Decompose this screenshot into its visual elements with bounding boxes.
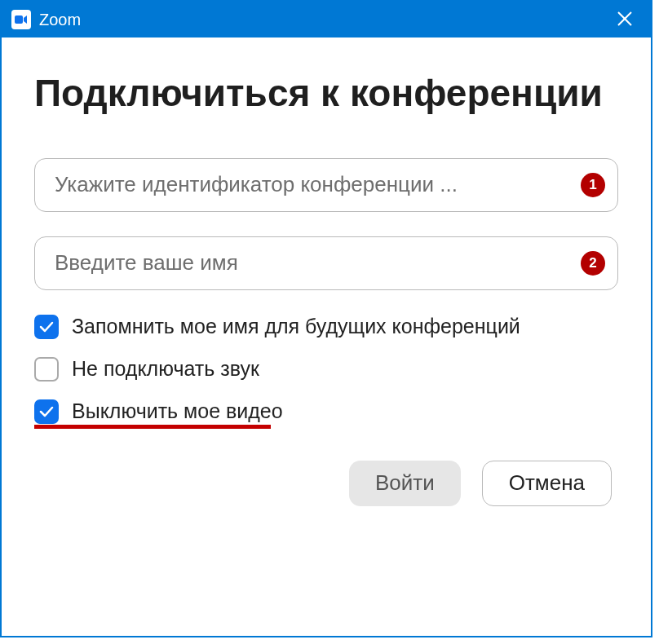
options-group: Запомнить мое имя для будущих конференци… [34, 315, 618, 424]
meeting-id-input[interactable] [34, 158, 618, 212]
remember-name-checkbox[interactable] [34, 315, 59, 339]
join-button[interactable]: Войти [349, 461, 461, 506]
no-audio-row: Не подключать звук [34, 357, 618, 382]
no-audio-checkbox[interactable] [34, 357, 59, 382]
annotation-badge-1: 1 [581, 173, 605, 197]
remember-name-row: Запомнить мое имя для будущих конференци… [34, 315, 618, 339]
no-audio-label: Не подключать звук [72, 357, 259, 381]
titlebar: Zoom [2, 2, 651, 37]
meeting-id-row: 1 [34, 158, 618, 212]
cancel-button[interactable]: Отмена [482, 461, 612, 506]
highlight-underline [34, 425, 271, 429]
name-input[interactable] [34, 236, 618, 290]
close-icon[interactable] [608, 6, 641, 33]
page-title: Подключиться к конференции [34, 70, 618, 117]
dialog-buttons: Войти Отмена [34, 461, 618, 506]
disable-video-row: Выключить мое видео [34, 399, 618, 424]
svg-rect-0 [15, 15, 23, 24]
disable-video-checkbox[interactable] [34, 399, 59, 424]
window-title: Zoom [39, 11, 608, 29]
remember-name-label: Запомнить мое имя для будущих конференци… [72, 315, 520, 338]
name-row: 2 [34, 236, 618, 290]
zoom-join-window: Zoom Подключиться к конференции 1 2 Запо… [0, 0, 652, 637]
zoom-logo-icon [11, 10, 31, 29]
annotation-badge-2: 2 [581, 251, 605, 276]
dialog-content: Подключиться к конференции 1 2 Запомнить… [2, 37, 651, 531]
disable-video-label: Выключить мое видео [72, 399, 283, 423]
